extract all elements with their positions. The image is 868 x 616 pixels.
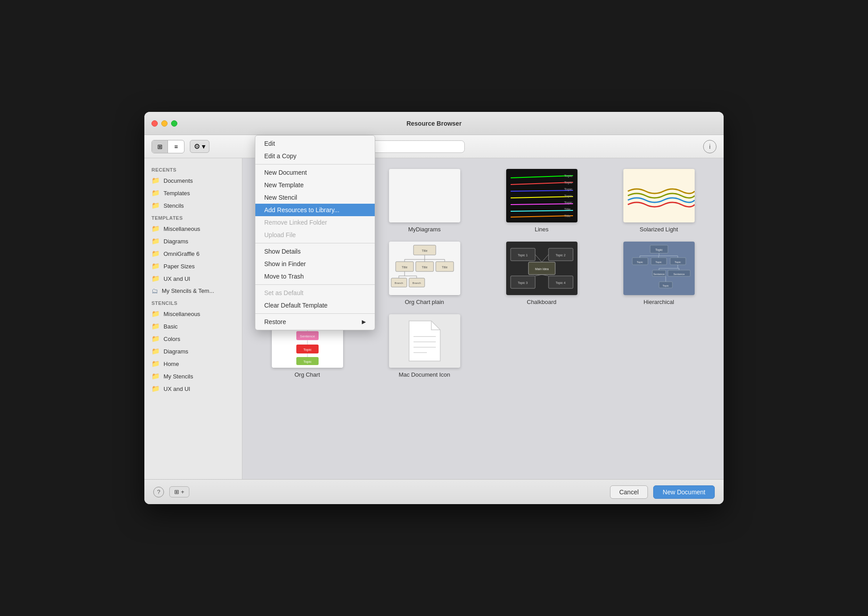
svg-line-1 [511,182,573,185]
maximize-button[interactable] [171,120,177,127]
menu-item-label: New Document [264,169,307,176]
svg-text:Topic: Topic [564,201,573,205]
grid-label: Org Chart [295,371,320,378]
sidebar-item-label: Home [164,361,179,367]
menu-separator [255,243,375,243]
svg-text:Topic: Topic [655,261,661,263]
folder-icon: 📁 [151,347,160,355]
sidebar-item-label: My Stencils [164,373,193,380]
folder-icon: 📁 [151,225,160,233]
sidebar-item-omnigraffle6[interactable]: 📁 OmniGraffle 6 [144,247,242,260]
list-view-button[interactable]: ≡ [168,140,184,153]
sidebar-item-label: Diagrams [164,238,188,245]
grid-label: Mac Document Icon [399,371,450,378]
toolbar: ⊞ ≡ ⚙ ▾ 🔍 i [144,135,724,158]
menu-item-label: Upload File [264,231,296,238]
sidebar-item-stencils-recent[interactable]: 📁 Stencils [144,199,242,212]
sidebar-item-diagrams-templates[interactable]: 📁 Diagrams [144,235,242,247]
thumb-orgchart-plain: Title Title Title Title Branch [389,242,460,295]
main-content: RECENTS 📁 Documents 📁 Templates 📁 Stenci… [144,158,724,479]
menu-item-new-stencil[interactable]: New Stencil [255,191,375,204]
minimize-button[interactable] [161,120,168,127]
svg-text:Sentence: Sentence [673,273,685,275]
menu-item-add-resources[interactable]: Add Resources to Library... [255,204,375,216]
question-mark-icon: ? [157,489,160,495]
menu-item-move-trash[interactable]: Move to Trash [255,270,375,283]
menu-item-show-details[interactable]: Show Details [255,245,375,258]
sidebar-item-label: My Stencils & Tem... [162,287,214,294]
sidebar-item-label: Miscellaneous [164,311,200,317]
svg-text:Sentence: Sentence [653,273,665,275]
bottom-bar: ? ⊞ + Cancel New Document [144,479,724,504]
grid-item-orgchart-plain[interactable]: Title Title Title Title Branch [370,242,479,305]
grid-item-chalkboard[interactable]: Topic 1 Topic 2 Main Idea Topic 3 Topic … [487,242,596,305]
thumb-chalkboard: Topic 1 Topic 2 Main Idea Topic 3 Topic … [506,242,577,295]
add-stencil-button[interactable]: ⊞ + [169,486,189,497]
svg-text:Topic: Topic [662,284,668,287]
sidebar-item-paper-sizes[interactable]: 📁 Paper Sizes [144,260,242,272]
sidebar-item-documents[interactable]: 📁 Documents [144,174,242,187]
svg-text:Topic: Topic [303,360,311,364]
grid-item-mydiagrams[interactable]: MyDiagrams [370,169,479,233]
svg-line-4 [511,204,573,205]
traffic-lights [151,120,177,127]
menu-item-clear-default[interactable]: Clear Default Template [255,299,375,312]
svg-text:Topic: Topic [303,348,311,352]
sidebar-item-ux-ui-stencils[interactable]: 📁 UX and UI [144,382,242,395]
info-button[interactable]: i [703,140,717,153]
sidebar-item-basic[interactable]: 📁 Basic [144,320,242,333]
sidebar: RECENTS 📁 Documents 📁 Templates 📁 Stenci… [144,158,242,479]
folder-icon: 📁 [151,262,160,270]
svg-line-60 [535,255,542,262]
menu-item-label: Restore [264,318,286,325]
folder-icon: 📁 [151,335,160,343]
new-document-button[interactable]: New Document [653,485,715,499]
menu-item-edit[interactable]: Edit [255,137,375,150]
menu-item-label: New Template [264,181,303,189]
stencils-header: STENCILS [144,297,242,308]
svg-text:Topic: Topic [564,187,573,191]
menu-item-new-template[interactable]: New Template [255,179,375,191]
sidebar-item-misc-stencils[interactable]: 📁 Miscellaneous [144,308,242,320]
grid-view-button[interactable]: ⊞ [152,140,168,153]
menu-item-set-default: Set as Default [255,287,375,299]
menu-item-label: Remove Linked Folder [264,219,327,226]
grid-item-lines[interactable]: Topic Topic Topic Topic Topic Title Titl… [487,169,596,233]
menu-item-new-document[interactable]: New Document [255,166,375,179]
menu-item-restore[interactable]: Restore ▶ [255,316,375,328]
svg-text:Title: Title [422,249,427,252]
sidebar-item-my-stencils-tem[interactable]: 🗂 My Stencils & Tem... [144,285,242,297]
close-button[interactable] [151,120,158,127]
sidebar-item-home[interactable]: 📁 Home [144,357,242,370]
gear-menu-button[interactable]: ⚙ ▾ [190,140,209,153]
sidebar-item-diagrams-stencils[interactable]: 📁 Diagrams [144,345,242,357]
grid-item-macdoc[interactable]: Mac Document Icon [370,314,479,378]
add-label: + [181,489,184,495]
grid-label: Org Chart plain [405,299,444,305]
svg-text:Title: Title [442,266,447,269]
menu-item-label: Edit [264,140,275,147]
sidebar-item-colors[interactable]: 📁 Colors [144,333,242,345]
grid-item-hierarchical[interactable]: Topic Topic Topic Topic Sentence [605,242,713,305]
folder-icon: 📁 [151,189,160,197]
thumb-macdoc [389,314,460,368]
menu-item-edit-copy[interactable]: Edit a Copy [255,150,375,162]
menu-item-label: Move to Trash [264,273,304,280]
sidebar-item-misc-templates[interactable]: 📁 Miscellaneous [144,222,242,235]
help-button[interactable]: ? [153,487,164,497]
menu-item-label: Clear Default Template [264,302,328,309]
folder-icon: 📁 [151,322,160,330]
stencil-folder-icon: 🗂 [151,287,158,295]
svg-text:Topic: Topic [674,261,680,263]
cancel-button[interactable]: Cancel [610,485,648,499]
sidebar-item-my-stencils[interactable]: 📁 My Stencils [144,370,242,382]
sidebar-item-templates-recent[interactable]: 📁 Templates [144,187,242,199]
svg-text:Topic 1: Topic 1 [517,254,527,257]
svg-line-3 [511,197,573,198]
menu-separator [255,164,375,164]
thumb-lines: Topic Topic Topic Topic Topic Title Titl… [506,169,577,222]
sidebar-item-label: Documents [164,177,193,184]
menu-item-show-finder[interactable]: Show in Finder [255,258,375,270]
grid-item-solarized[interactable]: Solarized Light [605,169,713,233]
sidebar-item-ux-ui-templates[interactable]: 📁 UX and UI [144,272,242,285]
